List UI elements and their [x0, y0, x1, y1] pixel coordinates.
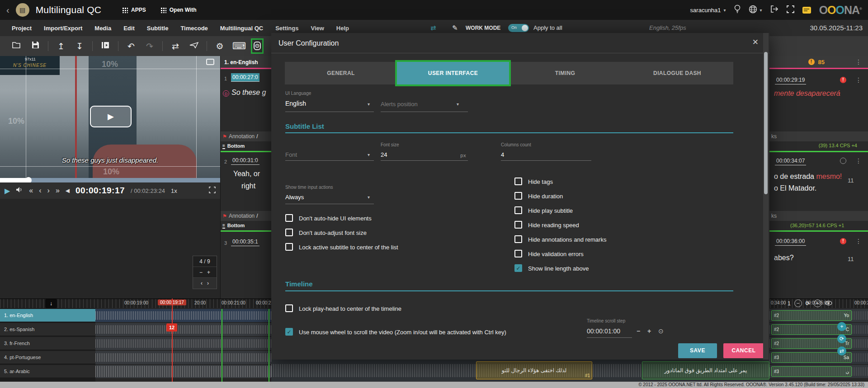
chevron-down-icon[interactable]: ▾ — [368, 195, 370, 200]
font-size-input[interactable]: 24 — [381, 151, 387, 158]
close-icon[interactable]: ✕ — [752, 37, 759, 47]
error-icon[interactable]: ! — [840, 238, 846, 244]
ui-language-select[interactable]: English — [285, 100, 306, 107]
waveform-lane-pt[interactable] — [95, 351, 271, 364]
user-menu[interactable]: saracunha1 ▾ — [690, 7, 726, 14]
subtitle-block-arabic[interactable]: لذلك اختفى هؤلاء الرجال للتو #1 — [476, 361, 592, 379]
download-icon[interactable]: ↧ — [74, 41, 85, 51]
subtitle-text[interactable]: So these g — [231, 89, 266, 97]
menu-timecode[interactable]: Timecode — [180, 25, 208, 32]
step-plus-button[interactable]: + — [647, 327, 651, 335]
settings-gear-icon[interactable]: ⚙ — [214, 41, 226, 51]
track-fr[interactable]: 3. fr-French — [0, 337, 95, 350]
zoom-out-button[interactable]: − — [199, 269, 203, 276]
subtitle-block-arabic[interactable]: يمر على امتداد الطريق فوق الماتادور — [642, 361, 769, 379]
subtitle-text[interactable]: o de estrada mesmo! — [774, 173, 842, 181]
error-icon[interactable]: ! — [840, 77, 846, 83]
position-row[interactable]: ≡ Bottom — [221, 221, 271, 229]
upload-icon[interactable]: ↥ — [55, 41, 67, 51]
subtitle-time-in[interactable]: 00:00:34:07 — [775, 157, 806, 165]
columns-count-input[interactable]: 4 — [501, 151, 504, 158]
eye-icon[interactable] — [825, 300, 832, 307]
cancel-button[interactable]: CANCEL — [723, 343, 764, 358]
apply-to-all-label[interactable]: Apply to all — [533, 24, 562, 31]
alerts-position-select[interactable]: Alerts position — [381, 101, 418, 108]
subtitle-block[interactable]: #2Yo — [771, 310, 852, 321]
video-progress-bar[interactable] — [0, 178, 220, 182]
back-icon[interactable]: ‹ — [6, 5, 9, 15]
zoom-out-icon[interactable]: − — [794, 299, 802, 307]
rewind-icon[interactable]: « — [29, 187, 33, 195]
checkbox-hide-annotations[interactable] — [514, 235, 522, 243]
next-page-button[interactable]: › — [207, 280, 209, 286]
play-icon[interactable]: ▶ — [5, 187, 10, 195]
collapse-timeline-button[interactable]: ↓ — [45, 299, 57, 308]
checkbox-hide-validation-errors[interactable] — [514, 250, 522, 257]
video-frame[interactable]: N'S CHINESE 97x11 10% 10% 10% ▶ So these… — [0, 56, 220, 178]
save-button[interactable]: SAVE — [678, 343, 717, 358]
waveform-lane-es[interactable] — [95, 323, 271, 336]
validated-icon[interactable] — [840, 158, 846, 164]
send-icon[interactable] — [188, 41, 200, 51]
menu-media[interactable]: Media — [94, 25, 111, 32]
playback-speed[interactable]: 1x — [171, 187, 177, 194]
remarks-band[interactable]: ks — [769, 211, 868, 221]
track-en[interactable]: 1. en-English — [0, 309, 95, 322]
fullscreen-icon[interactable] — [787, 5, 794, 15]
lightbulb-icon[interactable] — [734, 5, 741, 15]
volume-icon[interactable] — [16, 187, 23, 195]
reset-zoom-icon[interactable]: ⟳ — [806, 300, 810, 307]
language-globe-menu[interactable]: ▾ — [749, 5, 762, 15]
subtitle-time-in[interactable]: 00:00:31:0 — [231, 156, 259, 165]
subtitle-text[interactable]: o El Matador. — [774, 184, 816, 192]
keyboard-shortcuts-icon[interactable]: ⌨ — [232, 41, 244, 51]
prev-page-button[interactable]: ‹ — [201, 280, 203, 286]
subtitle-text[interactable]: mente desaparecerá — [774, 89, 840, 98]
chevron-down-icon[interactable]: ▾ — [368, 152, 370, 157]
track-es[interactable]: 2. es-Spanish — [0, 323, 95, 336]
remarks-band[interactable]: ks — [769, 131, 868, 141]
subtitle-time-in[interactable]: 00:00:27:0 — [231, 73, 259, 82]
preview-video-icon[interactable] — [99, 41, 111, 51]
redo-icon[interactable]: ↷ — [144, 41, 156, 51]
apps-button[interactable]: APPS — [122, 7, 146, 13]
step-back-icon[interactable]: ‹ — [39, 187, 41, 195]
menu-import-export[interactable]: Import/Export — [44, 25, 82, 32]
chevron-down-icon[interactable]: ▾ — [457, 102, 459, 107]
undo-icon[interactable]: ↶ — [125, 41, 137, 51]
time-input-actions-select[interactable]: Always — [285, 194, 304, 201]
menu-help[interactable]: Help — [336, 25, 349, 32]
big-play-button[interactable]: ▶ — [90, 106, 132, 127]
save-icon[interactable] — [29, 41, 41, 51]
tab-dialogue-dash[interactable]: DIALOGUE DASH — [621, 62, 733, 84]
subtitle-time-in[interactable]: 00:00:29:19 — [775, 76, 806, 84]
more-options-icon[interactable]: ⋮ — [855, 76, 862, 84]
annotation-band[interactable]: ⚑ Annotation / — [221, 131, 271, 141]
pencil-icon[interactable]: ✎ — [452, 24, 458, 32]
step-minus-button[interactable]: − — [637, 327, 640, 335]
transfer-arrows-icon[interactable]: ⇄ — [430, 24, 436, 32]
checkbox-lock-active-subtitle[interactable] — [285, 243, 293, 251]
subtitle-time-in[interactable]: 00:00:36:00 — [775, 237, 806, 246]
checkbox-dont-auto-hide[interactable] — [285, 214, 293, 222]
checkbox-hide-reading-speed[interactable] — [514, 221, 522, 229]
open-project-icon[interactable] — [11, 41, 23, 51]
playhead[interactable] — [172, 299, 173, 382]
track-pt[interactable]: 4. pt-Portuguese — [0, 351, 95, 364]
tab-user-interface[interactable]: USER INTERFACE — [397, 62, 509, 84]
annotation-band[interactable]: ⚑ Annotation / — [221, 211, 271, 221]
chevron-down-icon[interactable]: ▾ — [368, 102, 370, 107]
feedback-chat-icon[interactable] — [802, 7, 811, 14]
checkbox-lock-playhead[interactable] — [285, 304, 293, 312]
menu-project[interactable]: Project — [12, 25, 32, 32]
subtitle-text[interactable]: right — [241, 182, 255, 190]
checkbox-hide-duration[interactable] — [514, 192, 522, 200]
checkbox-hide-play-subtitle[interactable] — [514, 206, 522, 214]
tab-timing[interactable]: TIMING — [509, 62, 621, 84]
more-options-icon[interactable]: ⋮ — [855, 157, 862, 164]
position-row[interactable]: ≡ Bottom — [221, 142, 271, 150]
zoom-in-icon[interactable]: + — [814, 299, 821, 307]
more-options-icon[interactable]: ⋮ — [855, 58, 862, 65]
refresh-track-button[interactable]: ⟳ — [837, 334, 846, 343]
open-with-button[interactable]: Open With — [160, 7, 197, 13]
